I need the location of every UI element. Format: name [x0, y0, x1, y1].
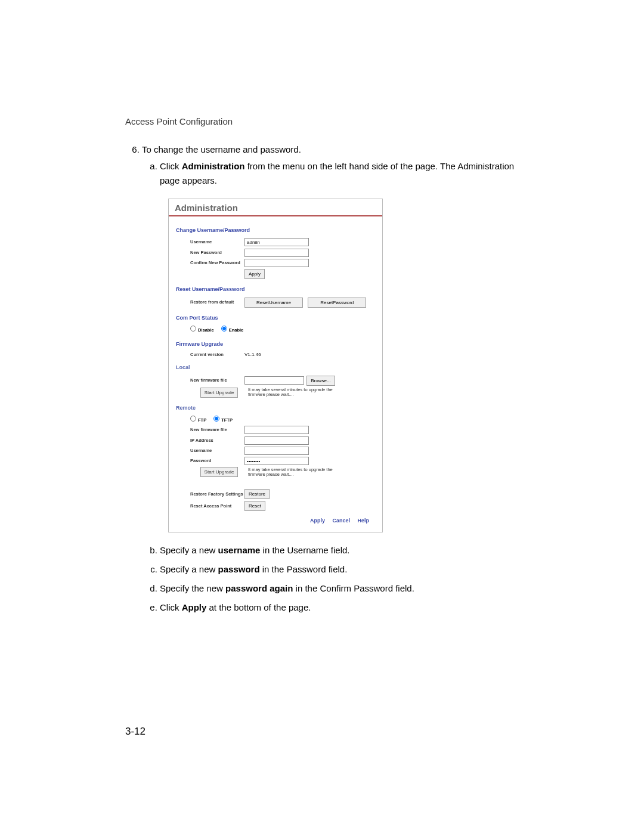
sect-firmware: Firmware Upgrade: [176, 340, 375, 348]
label-ip-address: IP Address: [176, 438, 244, 443]
label-username: Username: [176, 240, 244, 244]
label-new-firmware-remote: New firmware file: [176, 428, 244, 432]
step-6a: Click Administration from the menu on th…: [160, 159, 519, 532]
label-restore-default: Restore from default: [176, 300, 244, 305]
sect-reset-credentials: Reset Username/Password: [176, 285, 375, 293]
admin-screenshot-figure: Administration Change Username/Password …: [168, 199, 519, 532]
link-help[interactable]: Help: [357, 518, 369, 524]
remote-username-field[interactable]: [244, 447, 309, 455]
reset-password-button[interactable]: ResetPassword: [308, 298, 366, 308]
restore-button[interactable]: Restore: [244, 489, 270, 499]
panel-title: Administration: [169, 199, 382, 216]
section-header: Access Point Configuration: [125, 116, 519, 126]
current-version-value: V1.1.46: [244, 352, 375, 357]
browse-button[interactable]: Browse...: [306, 376, 335, 386]
ip-address-field[interactable]: [244, 436, 309, 445]
sect-comport: Com Port Status: [176, 314, 375, 322]
admin-panel: Administration Change Username/Password …: [168, 199, 383, 532]
reset-button[interactable]: Reset: [244, 501, 265, 511]
label-remote-username: Username: [176, 448, 244, 453]
remote-password-field[interactable]: [244, 457, 309, 465]
local-upgrade-note: It may take several minutes to upgrade t…: [248, 388, 342, 398]
step-6c: Specify a new password in the Password f…: [160, 562, 519, 577]
step-list: To change the username and password. Cli…: [125, 144, 519, 615]
label-current-version: Current version: [176, 352, 244, 357]
remote-upgrade-note: It may take several minutes to upgrade t…: [248, 467, 342, 478]
sect-change-credentials: Change Username/Password: [176, 226, 375, 234]
radio-disable[interactable]: [190, 326, 196, 332]
step-6-text: To change the username and password.: [142, 144, 301, 154]
footer-links: Apply Cancel Help: [176, 513, 375, 526]
step-6-sub: Click Administration from the menu on th…: [142, 159, 519, 615]
label-new-firmware-local: New firmware file: [176, 378, 244, 383]
radio-ftp[interactable]: [190, 416, 196, 422]
label-reset-ap: Reset Access Point: [176, 504, 244, 509]
link-apply[interactable]: Apply: [310, 518, 325, 524]
new-password-field[interactable]: [244, 249, 309, 257]
step-6: To change the username and password. Cli…: [142, 144, 519, 615]
step-6e: Click Apply at the bottom of the page.: [160, 600, 519, 615]
page-number: 3-12: [125, 726, 145, 738]
local-start-upgrade-button[interactable]: Start Upgrade: [200, 388, 239, 398]
remote-start-upgrade-button[interactable]: Start Upgrade: [200, 467, 239, 477]
confirm-password-field[interactable]: [244, 259, 309, 267]
radio-enable[interactable]: [221, 326, 227, 332]
step-6b: Specify a new username in the Username f…: [160, 543, 519, 558]
reset-username-button[interactable]: ResetUsername: [244, 298, 303, 308]
apply-button[interactable]: Apply: [244, 269, 265, 279]
proto-ftp[interactable]: FTP: [190, 416, 206, 424]
local-firmware-file-field[interactable]: [244, 376, 304, 385]
label-confirm-password: Confirm New Password: [176, 261, 244, 265]
step-6d: Specify the new password again in the Co…: [160, 581, 519, 596]
comport-enable[interactable]: Enable: [221, 326, 244, 334]
label-new-password: New Password: [176, 250, 244, 255]
remote-firmware-file-field[interactable]: [244, 426, 309, 434]
label-restore-factory: Restore Factory Settings: [176, 492, 244, 497]
proto-tftp[interactable]: TFTP: [213, 416, 233, 424]
comport-disable[interactable]: Disable: [190, 326, 214, 334]
link-cancel[interactable]: Cancel: [332, 518, 350, 524]
sect-remote: Remote: [176, 404, 375, 412]
username-field[interactable]: [244, 238, 309, 246]
sect-local: Local: [176, 363, 375, 371]
label-remote-password: Password: [176, 459, 244, 463]
radio-tftp[interactable]: [213, 416, 219, 422]
